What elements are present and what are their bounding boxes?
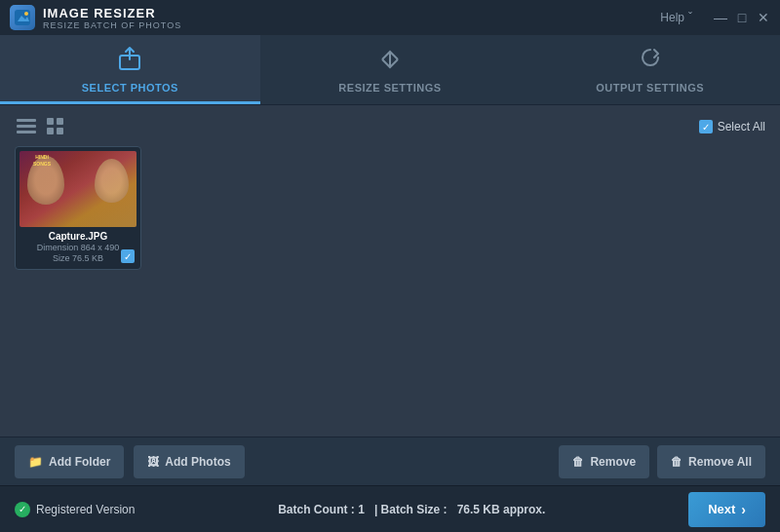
photo-info: Capture.JPG Dimension 864 x 490 Size 76.… bbox=[20, 227, 136, 263]
photo-icon: 🖼 bbox=[147, 455, 159, 469]
tab-select-photos[interactable]: SELECT PHOTOS bbox=[0, 35, 260, 104]
add-folder-label: Add Folder bbox=[49, 455, 110, 469]
app-icon bbox=[10, 5, 35, 30]
next-button[interactable]: Next › bbox=[688, 492, 765, 527]
add-folder-button[interactable]: 📁 Add Folder bbox=[15, 445, 124, 478]
close-button[interactable]: ✕ bbox=[757, 11, 770, 24]
face-right bbox=[95, 159, 129, 203]
batch-size-value: 76.5 KB approx. bbox=[457, 503, 546, 516]
list-view-button[interactable] bbox=[15, 115, 38, 138]
select-all-row[interactable]: ✓ Select All bbox=[699, 120, 765, 133]
add-photos-button[interactable]: 🖼 Add Photos bbox=[134, 445, 244, 478]
registered-icon: ✓ bbox=[15, 502, 30, 517]
view-icons bbox=[15, 115, 67, 138]
svg-rect-5 bbox=[17, 125, 36, 128]
minimize-button[interactable]: — bbox=[714, 11, 727, 24]
select-photos-icon bbox=[116, 46, 143, 78]
select-all-label: Select All bbox=[718, 120, 765, 133]
app-title-main: IMAGE RESIZER bbox=[43, 6, 181, 20]
svg-rect-10 bbox=[57, 128, 63, 134]
tab-resize-settings-label: RESIZE SETTINGS bbox=[338, 82, 441, 94]
tabs-bar: SELECT PHOTOS RESIZE SETTINGS OUTPUT SET… bbox=[0, 35, 780, 105]
tab-output-settings-label: OUTPUT SETTINGS bbox=[596, 82, 704, 94]
banner-text: HINDI SONGS bbox=[22, 154, 61, 167]
remove-all-trash-icon: 🗑 bbox=[671, 455, 682, 469]
status-center: Batch Count : 1 | Batch Size : 76.5 KB a… bbox=[278, 503, 545, 516]
batch-size-label: | Batch Size : bbox=[374, 503, 448, 516]
app-title-text: IMAGE RESIZER RESIZE BATCH OF PHOTOS bbox=[43, 6, 181, 30]
tab-output-settings[interactable]: OUTPUT SETTINGS bbox=[520, 35, 780, 104]
title-bar: IMAGE RESIZER RESIZE BATCH OF PHOTOS Hel… bbox=[0, 0, 780, 35]
svg-rect-9 bbox=[47, 128, 54, 134]
registered-label: Registered Version bbox=[36, 503, 135, 516]
remove-all-button[interactable]: 🗑 Remove All bbox=[657, 445, 765, 478]
folder-icon: 📁 bbox=[28, 455, 43, 469]
photo-size: Size 76.5 KB bbox=[21, 253, 135, 263]
tab-select-photos-label: SELECT PHOTOS bbox=[82, 82, 178, 94]
status-left: ✓ Registered Version bbox=[15, 502, 135, 517]
remove-label: Remove bbox=[590, 455, 636, 469]
action-bar-right: 🗑 Remove 🗑 Remove All bbox=[559, 445, 765, 478]
svg-rect-7 bbox=[47, 118, 54, 125]
main-area: ✓ Select All HINDI SONGS Capture.JPG Dim… bbox=[0, 105, 780, 437]
grid-view-button[interactable] bbox=[44, 115, 67, 138]
add-photos-label: Add Photos bbox=[165, 455, 230, 469]
svg-rect-8 bbox=[57, 118, 63, 125]
photo-dimension: Dimension 864 x 490 bbox=[21, 243, 135, 252]
tab-resize-settings[interactable]: RESIZE SETTINGS bbox=[260, 35, 521, 104]
photo-item[interactable]: HINDI SONGS Capture.JPG Dimension 864 x … bbox=[15, 146, 141, 270]
next-label: Next bbox=[708, 502, 735, 516]
select-all-checkbox[interactable]: ✓ bbox=[699, 120, 713, 133]
batch-count-label: Batch Count : bbox=[278, 503, 355, 516]
photo-name: Capture.JPG bbox=[21, 231, 135, 242]
photo-checkbox[interactable]: ✓ bbox=[121, 249, 135, 263]
help-chevron: ˇ bbox=[688, 11, 692, 24]
svg-point-1 bbox=[24, 12, 28, 16]
svg-rect-6 bbox=[17, 131, 36, 133]
title-bar-left: IMAGE RESIZER RESIZE BATCH OF PHOTOS bbox=[10, 5, 181, 30]
app-title-sub: RESIZE BATCH OF PHOTOS bbox=[43, 20, 181, 30]
remove-trash-icon: 🗑 bbox=[572, 455, 584, 469]
window-controls: — □ ✕ bbox=[714, 11, 770, 24]
toolbar-row: ✓ Select All bbox=[15, 115, 765, 138]
output-settings-icon bbox=[637, 46, 664, 78]
action-bar: 📁 Add Folder 🖼 Add Photos 🗑 Remove 🗑 Rem… bbox=[0, 437, 780, 485]
resize-settings-icon bbox=[376, 46, 404, 78]
svg-rect-4 bbox=[17, 119, 36, 122]
title-bar-right: Help ˇ — □ ✕ bbox=[660, 11, 770, 24]
photos-grid: HINDI SONGS Capture.JPG Dimension 864 x … bbox=[15, 146, 765, 270]
help-button[interactable]: Help ˇ bbox=[660, 11, 692, 24]
next-arrow-icon: › bbox=[741, 502, 746, 517]
photo-thumbnail: HINDI SONGS bbox=[20, 151, 136, 227]
remove-button[interactable]: 🗑 Remove bbox=[559, 445, 649, 478]
status-bar: ✓ Registered Version Batch Count : 1 | B… bbox=[0, 485, 780, 532]
batch-count-value: 1 bbox=[358, 503, 365, 516]
help-label: Help bbox=[660, 11, 684, 24]
remove-all-label: Remove All bbox=[688, 455, 752, 469]
maximize-button[interactable]: □ bbox=[735, 11, 749, 24]
